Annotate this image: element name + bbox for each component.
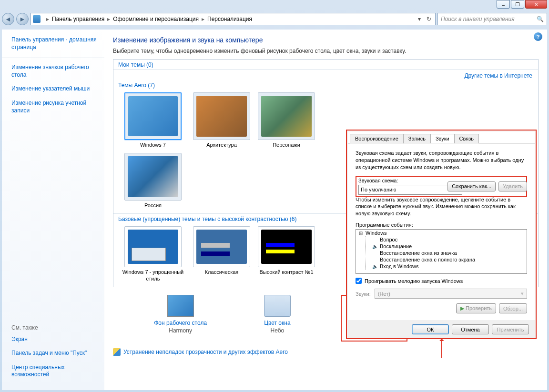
search-icon: 🔍 [537,16,544,22]
address-dropdown[interactable]: ▾ [415,14,424,24]
tab-recording[interactable]: Запись [403,134,431,143]
theme-high-contrast[interactable]: Высокий контраст №1 [255,226,317,281]
save-as-button[interactable]: Сохранить как... [447,181,496,191]
ok-button[interactable]: ОК [412,324,449,334]
page-title: Изменение изображения и звука на компьют… [113,36,539,44]
search-input[interactable]: Поиск в панели управления 🔍 [437,13,547,25]
event-item[interactable]: Восстановление окна из значка [356,250,527,256]
close-button[interactable]: ✕ [525,0,547,9]
wallpaper-icon [167,295,194,317]
browse-button: Обзор... [499,303,527,313]
event-item[interactable]: Восстановление окна с полного экрана [356,256,527,263]
more-themes-link[interactable]: Другие темы в Интернете [464,72,532,79]
sound-file-select: (Нет)▾ [375,289,527,299]
address-bar[interactable]: ▸ Панель управления ▸ Оформление и персо… [30,13,436,25]
help-icon[interactable]: ? [534,32,542,41]
event-item[interactable]: 🔈Вход в Windows [356,263,527,270]
sidebar-bottom-link[interactable]: Панель задач и меню "Пуск" [11,350,102,357]
speaker-icon: 🔈 [372,263,378,269]
desktop-background-link[interactable]: Фон рабочего стола Harmony [147,295,214,342]
test-button: ▶ Проверить [456,303,496,313]
theme-windows7[interactable]: Windows 7 [118,92,188,148]
crumb[interactable]: Персонализация [207,16,252,22]
annotation-arrow [441,339,442,358]
crumb[interactable]: Оформление и персонализация [113,16,199,22]
event-root[interactable]: ⊞Windows [356,230,527,236]
crumb[interactable]: Панель управления [52,16,104,22]
theme-russia[interactable]: Россия [118,153,188,209]
sidebar: Панель управления - домашняя страница Из… [2,30,104,390]
control-panel-icon [33,15,41,23]
sidebar-bottom-link[interactable]: Центр специальных возможностей [11,364,102,379]
sounds-label: Звуки: [356,291,371,297]
event-item[interactable]: 🔈Восклицание [356,243,527,250]
refresh-button[interactable]: ↻ [425,14,433,24]
apply-button: Применить [492,324,529,334]
theme-win7-basic[interactable]: Windows 7 - упрощенный стиль [118,226,188,281]
tab-communications[interactable]: Связь [454,134,479,143]
nav-back-button[interactable]: ◄ [2,13,14,25]
program-events-list[interactable]: ⊞Windows Вопрос 🔈Восклицание Восстановле… [356,229,527,274]
window-color-link[interactable]: Цвет окна Небо [244,295,311,342]
theme-characters[interactable]: Персонажи [255,92,317,148]
tab-sounds[interactable]: Звуки [430,134,455,143]
sidebar-link[interactable]: Изменение рисунка учетной записи [11,100,99,114]
page-subtitle: Выберите тему, чтобы одновременно измени… [113,48,539,54]
delete-button: Удалить [498,181,527,191]
play-startup-checkbox[interactable] [356,278,362,284]
windows-icon: ⊞ [358,230,364,236]
sound-tabs: Воспроизведение Запись Звуки Связь [348,131,535,143]
play-startup-label: Проигрывать мелодию запуска Windows [365,278,463,284]
minimize-button[interactable]: _ [497,0,510,9]
sidebar-bottom-link[interactable]: Экран [11,336,102,343]
sidebar-link[interactable]: Изменение указателей мыши [11,85,99,93]
control-panel-home-link[interactable]: Панель управления - домашняя страница [11,36,99,51]
color-icon [264,295,291,317]
theme-architecture[interactable]: Архитектура [191,92,253,148]
theme-classic[interactable]: Классическая [191,226,253,281]
tab-playback[interactable]: Воспроизведение [350,134,404,143]
see-also-label: См. также [11,324,102,331]
sound-dialog: Воспроизведение Запись Звуки Связь Звуко… [346,130,537,339]
events-description: Чтобы изменить звуковое сопровождение, щ… [356,196,527,218]
speaker-icon: 🔈 [372,243,378,249]
shield-icon [113,348,121,356]
events-label: Программные события: [356,222,527,228]
nav-forward-button[interactable]: ► [16,13,29,25]
cancel-button[interactable]: Отмена [452,324,489,334]
sound-scheme-select[interactable]: По умолчанию [358,185,462,195]
my-themes-header: Мои темы (0) [113,60,538,70]
maximize-button[interactable] [511,0,524,9]
sidebar-link[interactable]: Изменение значков рабочего стола [11,64,99,79]
event-item[interactable]: Вопрос [356,236,527,243]
main-content: ? Изменение изображения и звука на компь… [104,30,547,390]
sound-scheme-description: Звуковая схема задает звуки, сопровождаю… [356,150,527,171]
troubleshoot-aero-link[interactable]: Устранение неполадок прозрачности и друг… [113,348,539,356]
